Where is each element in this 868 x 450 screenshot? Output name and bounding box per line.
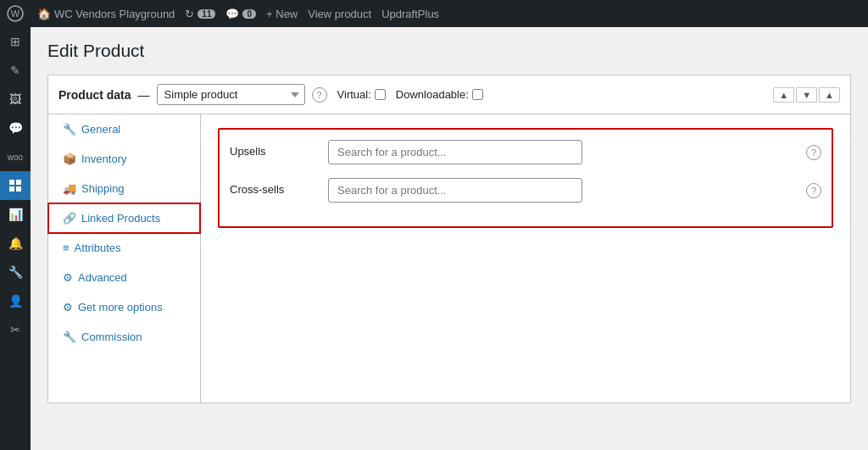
sidebar-icon-analytics[interactable]: 📊 (0, 200, 31, 229)
upsells-search-input[interactable] (328, 140, 582, 164)
svg-rect-2 (9, 180, 14, 185)
wp-logo-icon[interactable]: W (0, 0, 31, 27)
virtual-downloadable-wrap: Virtual: Downloadable: (337, 88, 483, 101)
crosssells-help-icon[interactable]: ? (806, 183, 821, 198)
downloadable-checkbox[interactable] (472, 89, 483, 100)
product-data-header: Product data — Simple product Variable p… (48, 75, 850, 114)
crosssells-row: Cross-sells ? (230, 178, 821, 203)
admin-bar: 🏠 WC Vendors Playground ↻ 11 💬 0 + New V… (31, 0, 868, 27)
virtual-checkbox-label[interactable]: Virtual: (337, 88, 386, 101)
svg-rect-5 (16, 186, 21, 192)
main-area: 🏠 WC Vendors Playground ↻ 11 💬 0 + New V… (31, 0, 868, 450)
nav-item-advanced[interactable]: ⚙ Advanced (48, 263, 200, 292)
sidebar-icon-comments[interactable]: 💬 (0, 114, 31, 142)
linked-products-icon: 🔗 (63, 212, 76, 225)
nav-item-general[interactable]: 🔧 General (48, 114, 200, 144)
nav-item-shipping[interactable]: 🚚 Shipping (48, 174, 200, 203)
updates-link[interactable]: ↻ 11 (185, 8, 215, 20)
product-data-box: Product data — Simple product Variable p… (47, 75, 851, 403)
admin-sidebar: W ⊞ ✎ 🖼 💬 woo 📊 🔔 🔧 👤 ✂ (0, 0, 31, 450)
advanced-icon: ⚙ (63, 271, 73, 284)
collapse-down-button[interactable]: ▼ (796, 87, 817, 103)
page-title: Edit Product (47, 41, 851, 61)
linked-products-fields: Upsells ? Cross-sells ? (218, 128, 833, 228)
view-product-link[interactable]: View product (308, 8, 371, 20)
site-home-icon: 🏠 (37, 8, 51, 20)
sidebar-icon-tools[interactable]: 🔧 (0, 258, 31, 286)
sidebar-icon-posts[interactable]: ✎ (0, 56, 31, 85)
product-type-help-icon[interactable]: ? (312, 87, 327, 103)
attributes-icon: ≡ (63, 242, 70, 254)
collapse-up-button[interactable]: ▲ (773, 87, 794, 103)
svg-text:W: W (11, 8, 20, 19)
general-icon: 🔧 (63, 123, 76, 136)
sidebar-icon-woo[interactable]: woo (0, 142, 31, 171)
inventory-icon: 📦 (63, 153, 76, 165)
sidebar-icon-media[interactable]: 🖼 (0, 85, 31, 114)
product-nav: 🔧 General 📦 Inventory 🚚 Shipping 🔗 Linke… (48, 114, 201, 403)
upsells-label: Upsells (230, 140, 314, 158)
new-link[interactable]: + New (266, 8, 298, 20)
comments-link[interactable]: 💬 0 (225, 8, 256, 20)
header-arrows: ▲ ▼ ▲ (773, 87, 840, 103)
sidebar-icon-dashboard[interactable]: ⊞ (0, 27, 31, 56)
crosssells-label: Cross-sells (230, 178, 314, 196)
product-data-label: Product data (58, 88, 131, 102)
sidebar-icon-notifications[interactable]: 🔔 (0, 229, 31, 258)
comments-icon: 💬 (225, 8, 239, 20)
site-name[interactable]: 🏠 WC Vendors Playground (37, 8, 175, 20)
svg-rect-4 (9, 186, 14, 192)
crosssells-search-input[interactable] (328, 178, 582, 203)
upsells-help-icon[interactable]: ? (806, 145, 821, 160)
sidebar-icon-scissors[interactable]: ✂ (0, 315, 31, 344)
nav-item-get-more-options[interactable]: ⚙ Get more options (48, 292, 200, 322)
upsells-row: Upsells ? (230, 140, 821, 164)
downloadable-checkbox-label[interactable]: Downloadable: (396, 88, 483, 101)
updraftplus-link[interactable]: UpdraftPlus (381, 8, 439, 20)
product-type-select[interactable]: Simple product Variable product Grouped … (157, 84, 305, 105)
crosssells-input-wrap (328, 178, 793, 203)
commission-icon: 🔧 (63, 331, 76, 343)
expand-button[interactable]: ▲ (819, 87, 840, 103)
nav-item-inventory[interactable]: 📦 Inventory (48, 144, 200, 174)
get-more-options-icon: ⚙ (63, 301, 73, 314)
nav-item-commission[interactable]: 🔧 Commission (48, 322, 200, 352)
nav-item-attributes[interactable]: ≡ Attributes (48, 233, 200, 263)
virtual-checkbox[interactable] (375, 89, 386, 100)
sidebar-icon-products[interactable] (0, 171, 31, 200)
sidebar-icon-users[interactable]: 👤 (0, 286, 31, 315)
svg-rect-3 (16, 180, 21, 185)
nav-item-linked-products[interactable]: 🔗 Linked Products (48, 203, 200, 233)
linked-products-panel: Upsells ? Cross-sells ? (201, 114, 850, 403)
product-data-body: 🔧 General 📦 Inventory 🚚 Shipping 🔗 Linke… (48, 114, 850, 403)
product-data-dash: — (138, 88, 150, 102)
shipping-icon: 🚚 (63, 182, 76, 195)
updates-icon: ↻ (185, 8, 194, 20)
upsells-input-wrap (328, 140, 793, 164)
content-area: Edit Product Product data — Simple produ… (31, 27, 868, 450)
